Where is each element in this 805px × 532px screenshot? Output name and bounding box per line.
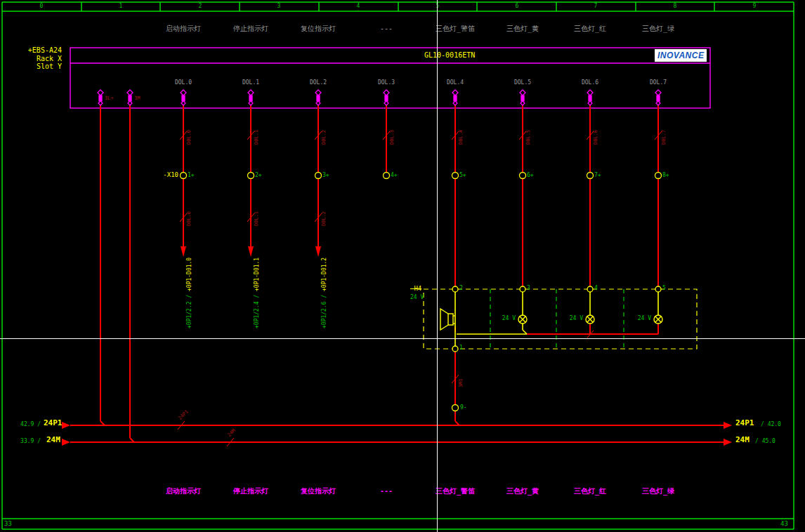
ruler-number: 5 [424,3,452,9]
wire-name-label: D0L.4 [458,130,464,145]
dest-page-ref: +0P1/2.2 / [186,295,192,328]
function-label-siren-bottom: 三色灯_警笛 [424,487,487,496]
function-label-siren: 三色灯_警笛 [424,25,487,33]
terminal-strip-tag: -X10 [155,171,178,178]
ruler-number: 6 [503,3,531,9]
channel-label: DOL.3 [369,79,404,86]
function-label-green: 三色灯_绿 [627,25,690,33]
plc-module-box [70,48,710,108]
bus-name-24m: 24M [735,436,750,445]
terminal-pin-label: 3+ [322,172,329,178]
wire-name-label: D0L.0 [186,211,192,226]
bus-right-ref-24p1: / 42.0 [761,421,781,427]
crosshair-horizontal-line [0,338,805,339]
ruler-number: 3 [265,3,293,9]
plc-pin-icons [98,90,661,105]
ruler-number: 1 [107,3,135,9]
terminal-pin-label: 1+ [188,172,195,178]
wire-name-label: D0L.7 [661,130,667,145]
crosshair-vertical-line [437,0,438,532]
bus-arrow-right-24m-icon [724,439,732,446]
function-label-stop-bottom: 停止指示灯 [219,487,282,496]
function-label-start: 启动指示灯 [152,25,215,33]
function-label-green-bottom: 三色灯_绿 [627,487,690,496]
siren-icon [440,309,455,330]
wire-name-label: D0L.3 [389,130,395,145]
lamp-yellow-icon [518,315,527,324]
wire-name-label: D0L.1 [254,130,259,145]
wire-name-label: D0L.0 [186,130,192,145]
dest-arrow-dol0-icon [181,246,186,257]
lamp-box-voltage: 24 V [410,294,424,300]
dest-page-ref: +0P1/2.6 / [321,295,327,328]
channel-label: DOL.7 [641,79,676,86]
channel-label: DOL.5 [505,79,540,86]
lamp-voltage-label: 24 V [496,315,516,321]
wire-name-label: 3M1 [458,378,464,387]
bus-arrow-left-24p1-icon [62,422,70,429]
lamp-box-pin-label: 4 [594,285,598,291]
ruler-number: 7 [582,3,610,9]
dest-arrow-dol1-icon [248,246,254,257]
terminal-pin-label: 5+ [459,172,466,178]
lamp-voltage-label: 24 V [631,315,651,321]
terminal-pin-label: 2+ [255,172,262,178]
arrow-icons [62,246,732,446]
function-label-red-bottom: 三色灯_红 [558,487,622,496]
function-label-stop: 停止指示灯 [219,25,282,33]
dest-arrow-dol2-icon [315,246,321,257]
wires [70,105,724,442]
lamp-box-pin-label: 1 [459,345,463,351]
channel-label: DOL.6 [572,79,608,86]
wire-name-label: D0L.2 [321,130,327,145]
ruler-number: 4 [344,3,372,9]
lamp-red-icon [586,315,594,324]
terminal-pin-label: 6+ [527,172,534,178]
wire-name-label: D0L.6 [593,130,598,145]
channel-label: DOL.0 [166,79,201,86]
ruler-number: 2 [186,3,214,9]
bus-name-24p1: 24P1 [44,419,63,428]
lamp-voltage-label: 24 V [563,315,583,321]
bus-left-ref-24m: 33.9 / [17,438,41,444]
terminal-pin-label: 7+ [594,172,601,178]
destination-ref: +0P1/2.2 / +0P1-D01.0 [186,258,192,328]
bus-left-ref-24p1: 42.9 / [17,421,41,427]
terminal-common-pin-label: 9- [460,404,467,411]
page-number-left: 33 [4,520,12,527]
terminal-pin-label: 4+ [391,172,398,178]
plc-power-pin-label: 3M [134,95,140,101]
function-label-start-bottom: 启动指示灯 [152,487,215,496]
plc-power-pin-label: 3L+ [105,95,114,101]
bus-name-24m: 24M [46,436,60,445]
plc-location-tag: +EBS-A24 Rack X Slot Y [21,46,62,71]
channel-label: DOL.2 [301,79,336,86]
ruler-number: 9 [740,3,768,9]
bus-arrow-left-24m-icon [62,439,70,446]
wire-name-label: D0L.2 [321,211,327,226]
dest-device-ref: +0P1-D01.0 [186,258,192,291]
dest-device-ref: +0P1-D01.2 [321,258,327,291]
bus-right-ref-24m: / 45.0 [755,438,775,444]
function-label-yellow-bottom: 三色灯_黄 [491,487,554,496]
drawing-canvas[interactable]: 0 1 2 3 4 5 6 7 8 9 启动指示灯 停止指示灯 复位指示灯 --… [0,0,805,532]
channel-label: DOL.1 [233,79,268,86]
ruler-number: 8 [661,3,689,9]
plc-tag-line: Slot Y [21,62,62,71]
dest-device-ref: +0P1-D01.1 [254,258,260,291]
function-label-reset-bottom: 复位指示灯 [287,487,350,496]
lamp-green-icon [654,315,662,324]
destination-ref: +0P1/2.6 / +0P1-D01.2 [321,258,327,328]
lamp-box-pin-label: 5 [662,285,666,291]
destination-ref: +0P1/2.4 / +0P1-D01.1 [254,258,260,328]
lamp-box-pin-label: 3 [527,285,530,291]
terminal-pin-label: 8+ [662,172,669,178]
function-label-yellow: 三色灯_黄 [491,25,554,33]
page-number-right: 43 [780,520,788,527]
plc-model-label: GL10-0016ETN [424,51,475,60]
bus-arrow-right-24p1-icon [724,422,732,429]
plc-tag-line: +EBS-A24 [21,46,62,55]
channel-label: DOL.4 [438,79,473,86]
plc-tag-line: Rack X [21,55,62,63]
function-label-reset: 复位指示灯 [287,25,350,33]
